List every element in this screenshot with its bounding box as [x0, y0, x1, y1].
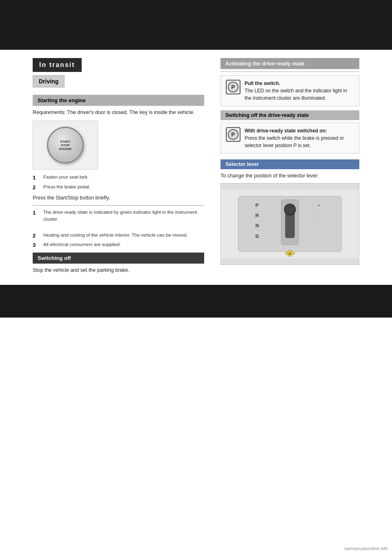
item-2b-text: Heating and cooling of the vehicle inter… [43, 232, 188, 239]
press-switch-icon: P [226, 127, 241, 142]
switching-off-drive-header: Switching off the drive-ready state [220, 110, 359, 120]
start-stop-circle: START STOP ENGINE [47, 127, 84, 163]
engine-label: ENGINE [59, 147, 72, 151]
numbered-list-1: 1 Fasten your seat belt. 2 Press the bra… [33, 174, 204, 191]
item-1b-text: The drive-ready state is indicated by gr… [43, 209, 204, 223]
list-item: 2 Heating and cooling of the vehicle int… [33, 232, 204, 240]
top-border [0, 0, 392, 49]
switching-off-header: Switching off [33, 253, 204, 264]
pull-switch-text: Pull the switch. [245, 81, 280, 86]
led-text: The LED on the switch and the indicator … [245, 87, 354, 102]
item-3b-text: All electrical consumers are supplied. [43, 241, 121, 248]
stop-label: STOP [61, 143, 70, 147]
svg-point-8 [284, 204, 295, 215]
svg-text:R: R [256, 213, 259, 218]
svg-text:+: + [318, 203, 320, 208]
svg-text:P: P [289, 252, 291, 256]
in-transit-heading: In transit [33, 58, 82, 72]
instruction-box-1: P Pull the switch. The LED on the switch… [220, 75, 359, 106]
body-text-press: Press the Start/Stop button briefly. [33, 194, 204, 202]
thin-line [33, 205, 204, 206]
svg-text:D: D [256, 233, 259, 239]
list-item: 1 Fasten your seat belt. [33, 174, 204, 182]
item-2-text: Press the brake pedal. [43, 184, 90, 190]
svg-text:P: P [231, 84, 235, 90]
bottom-border [0, 285, 392, 318]
press-brake-text: Press the switch while the brake is pres… [245, 134, 354, 149]
driving-heading: Driving [33, 75, 65, 87]
numbered-list-2: 1 The drive-ready state is indicated by … [33, 209, 204, 223]
start-label: START [60, 140, 71, 143]
sub-line-1 [220, 72, 359, 72]
watermark: carmanualsonline.info [344, 546, 388, 551]
num-3b: 3 [33, 241, 41, 249]
selector-lever-header: Selector lever [220, 159, 359, 169]
numbered-list-3: 2 Heating and cooling of the vehicle int… [33, 232, 204, 249]
body-text-switch-off: Stop the vehicle and set the parking bra… [33, 266, 204, 274]
content-area: In transit Driving Starting the engine R… [0, 50, 392, 277]
instruction-text-2: With drive-ready state switched on: Pres… [245, 127, 354, 149]
in-transit-label: In transit [39, 61, 75, 68]
drive-ready-text: With drive-ready state switched on: [245, 128, 327, 134]
svg-text:N: N [256, 223, 259, 228]
num-1b: 1 [33, 209, 41, 217]
left-column: In transit Driving Starting the engine R… [33, 50, 212, 277]
list-item: 1 The drive-ready state is indicated by … [33, 209, 204, 223]
list-item: 3 All electrical consumers are supplied. [33, 241, 204, 249]
instruction-box-2: P With drive-ready state switched on: Pr… [220, 123, 359, 154]
num-2b: 2 [33, 232, 41, 240]
page-container: In transit Driving Starting the engine R… [0, 0, 392, 555]
svg-text:P: P [231, 131, 235, 138]
item-1-text: Fasten your seat belt. [43, 174, 89, 181]
instruction-text-1: Pull the switch. The LED on the switch a… [245, 80, 354, 102]
right-column: Activating the drive-ready state P Pull … [212, 50, 359, 277]
starting-engine-header: Starting the engine [33, 95, 204, 106]
activating-header: Activating the drive-ready state [220, 58, 359, 69]
driving-label: Driving [39, 78, 58, 85]
gear-selector-image: P R N D + - P [220, 183, 359, 265]
svg-text:P: P [256, 202, 259, 208]
list-item: 2 Press the brake pedal. [33, 184, 204, 192]
num-2: 2 [33, 184, 41, 192]
svg-text:-: - [318, 213, 319, 218]
body-text-selector: To change the position of the selector l… [220, 172, 359, 180]
body-text-requirements: Requirements: The driver's door is close… [33, 108, 204, 116]
pull-switch-icon: P [226, 80, 241, 94]
start-stop-button-image: START STOP ENGINE [33, 121, 98, 170]
num-1: 1 [33, 174, 41, 182]
